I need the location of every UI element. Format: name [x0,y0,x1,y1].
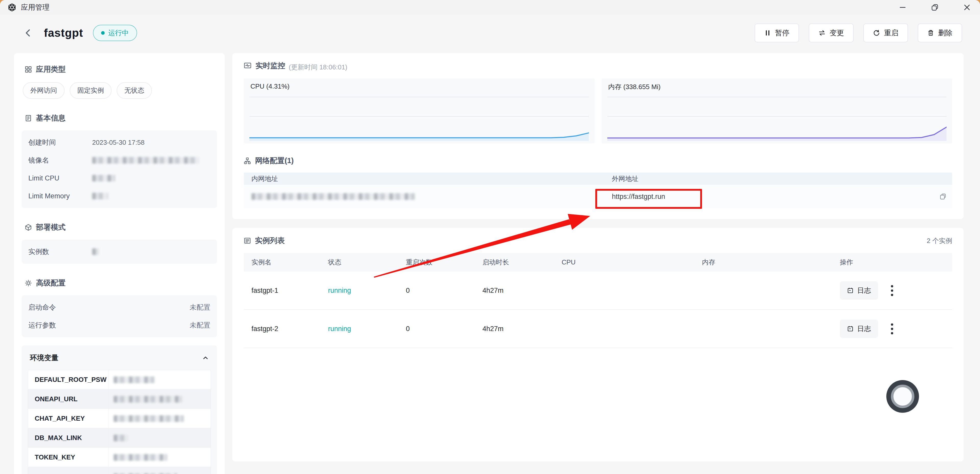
start-command-label: 启动命令 [28,303,92,312]
cube-icon [25,224,32,231]
col-uptime: 启动时长 [475,258,554,267]
back-button[interactable] [23,28,33,38]
log-label: 日志 [857,286,871,295]
image-label: 镜像名 [28,156,92,165]
redacted-image-name [92,157,199,164]
run-args-label: 运行参数 [28,321,92,330]
env-row: FILE_TOKEN_KEY [28,467,211,474]
instance-title: 实例列表 [255,235,285,246]
page-header: fastgpt 运行中 暂停 变更 重启 删除 [0,14,980,53]
info-row-limit-cpu: Limit CPU [28,169,210,187]
instance-uptime: 4h27m [475,287,554,294]
log-button[interactable]: 日志 [840,320,878,338]
redacted-env-value [114,396,182,402]
env-key: FILE_TOKEN_KEY [28,467,108,474]
change-button[interactable]: 变更 [809,24,854,42]
section-network: 网络配置(1) [244,156,952,166]
more-actions-icon[interactable] [889,283,895,297]
delete-button[interactable]: 删除 [918,24,962,42]
status-dot-icon [101,31,105,35]
restart-icon [873,30,880,37]
advanced-title: 高级配置 [36,278,65,288]
info-row-instance-count: 实例数 [28,243,210,261]
info-row-created: 创建时间 2023-05-30 17:58 [28,134,210,151]
restart-button[interactable]: 重启 [863,24,908,42]
more-actions-icon[interactable] [889,322,895,336]
section-basic-info: 基本信息 [25,113,217,123]
run-args-value: 未配置 [190,321,210,330]
log-icon [847,287,854,294]
advanced-box: 启动命令 未配置 运行参数 未配置 [22,295,217,337]
env-row: DEFAULT_ROOT_PSW [28,370,211,390]
external-url[interactable]: https://fastgpt.run [604,193,665,200]
redacted-env-value [114,377,154,383]
chevron-up-icon[interactable] [202,355,209,361]
env-key: TOKEN_KEY [28,448,108,467]
gridline [607,97,947,97]
created-label: 创建时间 [28,138,92,147]
instance-name: fastgpt-1 [244,287,320,294]
instance-row-fastgpt-2: fastgpt-2 running 0 4h27m 日志 [244,310,952,348]
window-titlebar: 应用管理 [0,0,980,14]
pause-button[interactable]: 暂停 [754,24,799,42]
copy-icon[interactable] [939,193,947,200]
change-label: 变更 [830,28,844,38]
col-cpu: CPU [554,258,694,266]
instance-count-label: 实例数 [28,247,92,256]
env-key: DB_MAX_LINK [28,428,108,447]
cpu-usage-chart [250,99,589,141]
tag-fixed-instance: 固定实例 [70,82,111,99]
env-panel: 环境变量 DEFAULT_ROOT_PSW ONEAPI_URL CHAT_AP… [22,345,217,474]
created-value: 2023-05-30 17:58 [92,138,145,146]
network-icon [244,157,251,164]
basic-info-title: 基本信息 [36,113,65,123]
instance-row-fastgpt-1: fastgpt-1 running 0 4h27m 日志 [244,272,952,310]
cpu-chart-panel: CPU (4.31%) [244,78,595,143]
swap-icon [818,30,826,36]
limit-memory-label: Limit Memory [28,192,92,200]
memory-chart-label: 内存 (338.655 Mi) [608,83,661,91]
delete-label: 删除 [938,28,953,38]
gridline [250,97,589,97]
instance-list-card: 实例列表 2 个实例 实例名 状态 重启次数 启动时长 CPU 内存 操作 [232,228,964,461]
instance-table: 实例名 状态 重启次数 启动时长 CPU 内存 操作 fastgpt-1 run… [244,253,952,348]
cursor-click-indicator [886,380,919,413]
instance-restarts: 0 [398,325,475,333]
log-label: 日志 [857,324,871,333]
monitor-update-time: (更新时间 18:06:01) [289,63,347,72]
pause-label: 暂停 [775,28,789,38]
internal-address-header: 内网地址 [244,174,604,183]
section-advanced: 高级配置 [25,278,217,288]
memory-chart-panel: 内存 (338.655 Mi) [602,78,953,143]
minimize-button[interactable] [898,3,907,12]
log-button[interactable]: 日志 [840,281,878,300]
monitor-network-card: 实时监控 (更新时间 18:06:01) CPU (4.31%) 内存 (338… [232,53,964,219]
instance-count: 2 个实例 [927,236,952,245]
app-type-title: 应用类型 [36,64,65,75]
col-restarts: 重启次数 [398,258,475,267]
env-key: CHAT_API_KEY [28,409,108,428]
close-button[interactable] [963,3,971,12]
app-manager-logo-icon [8,3,16,12]
limit-cpu-label: Limit CPU [28,174,92,182]
col-memory: 内存 [694,258,832,267]
redacted-env-value [114,415,184,422]
document-icon [25,115,32,122]
start-command-value: 未配置 [190,303,210,312]
page-title: fastgpt [44,27,83,39]
instance-status: running [320,287,398,294]
monitor-title-row: 实时监控 [244,61,285,71]
info-row-image: 镜像名 [28,151,210,169]
env-key: DEFAULT_ROOT_PSW [28,370,108,389]
restore-button[interactable] [931,3,939,12]
trash-icon [928,30,934,36]
pause-icon [764,30,771,36]
tag-external-access: 外网访问 [23,82,65,99]
col-status: 状态 [320,258,398,267]
env-key: ONEAPI_URL [28,390,108,409]
col-ops: 操作 [832,258,952,267]
env-row: TOKEN_KEY [28,448,211,467]
info-row-run-args: 运行参数 未配置 [28,316,210,334]
instance-name: fastgpt-2 [244,325,320,333]
status-text: 运行中 [108,28,129,38]
